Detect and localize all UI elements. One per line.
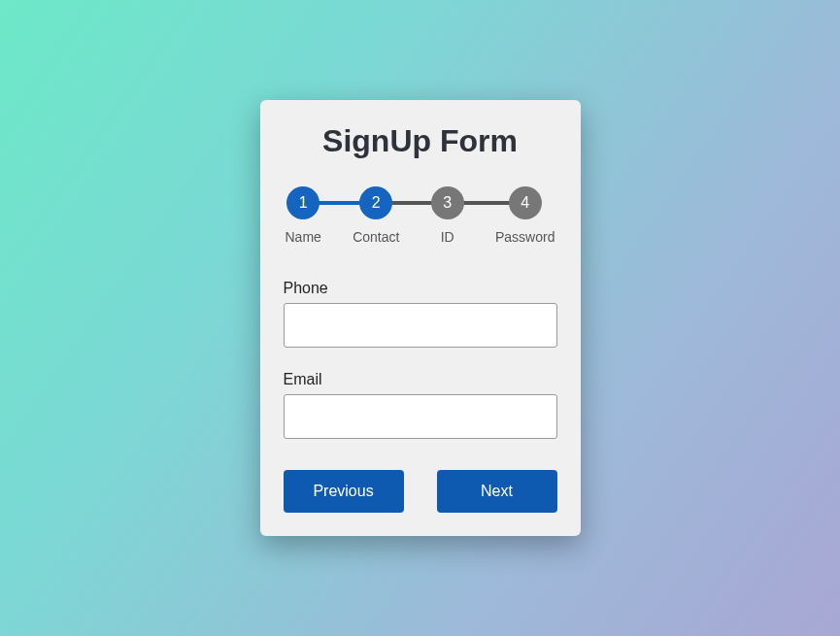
button-row: Previous Next (284, 470, 557, 513)
step-circle-3: 3 (431, 186, 464, 219)
step-circle-4: 4 (509, 186, 542, 219)
step-label-2: Contact (353, 229, 399, 245)
next-button[interactable]: Next (437, 470, 557, 513)
step-password[interactable]: 4 Password (495, 186, 554, 245)
step-label-1: Name (286, 229, 321, 245)
form-title: SignUp Form (284, 123, 557, 159)
step-circle-1: 1 (286, 186, 319, 219)
step-label-3: ID (441, 229, 454, 245)
progress-steps: 1 Name 2 Contact 3 ID 4 Password (284, 186, 557, 245)
phone-input[interactable] (284, 303, 557, 348)
step-contact[interactable]: 2 Contact (353, 186, 399, 245)
previous-button[interactable]: Previous (284, 470, 404, 513)
step-id[interactable]: 3 ID (431, 186, 464, 245)
step-name[interactable]: 1 Name (286, 186, 321, 245)
step-label-4: Password (495, 229, 554, 245)
step-circle-2: 2 (359, 186, 392, 219)
signup-form-card: SignUp Form 1 Name 2 Contact 3 ID 4 Pass… (260, 100, 581, 536)
phone-field-group: Phone (284, 280, 557, 348)
email-input[interactable] (284, 394, 557, 439)
phone-label: Phone (284, 280, 557, 297)
email-field-group: Email (284, 371, 557, 439)
email-label: Email (284, 371, 557, 388)
